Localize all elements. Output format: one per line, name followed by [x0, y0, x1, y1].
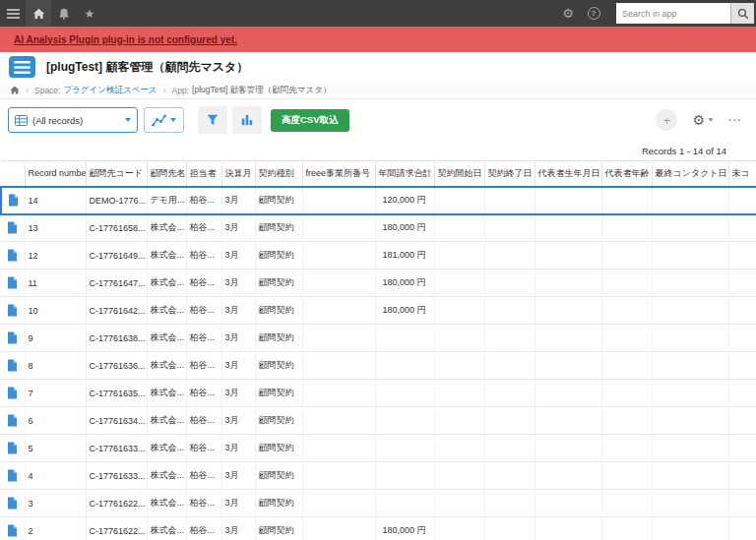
column-header-assignee[interactable]: 担当者 — [186, 161, 221, 187]
column-header-no-contact[interactable]: 未コ — [728, 161, 756, 187]
advanced-csv-import-button[interactable]: 高度CSV取込 — [271, 109, 349, 132]
record-document-icon[interactable] — [7, 442, 18, 454]
record-document-icon[interactable] — [7, 359, 18, 372]
chart-button[interactable] — [232, 106, 262, 134]
cell-representative-birthdate — [535, 517, 601, 540]
table-row[interactable]: 5C-17761633...株式会...柏谷...3月顧問契約 — [1, 435, 756, 462]
cell-contract-start-date — [434, 380, 484, 407]
table-row[interactable]: 6C-17761634...株式会...柏谷...3月顧問契約 — [1, 407, 756, 435]
search-button[interactable] — [730, 3, 754, 24]
cell-contract-end-date — [484, 214, 535, 242]
cell-representative-birthdate — [535, 214, 601, 242]
column-header-client-name[interactable]: 顧問先名 — [147, 161, 186, 187]
cell-representative-birthdate — [535, 270, 601, 297]
cell-last-contact-date — [652, 435, 728, 462]
notifications-button[interactable] — [51, 0, 77, 27]
column-header-representative-birthdate[interactable]: 代表者生年月日 — [535, 161, 601, 187]
table-row[interactable]: 9C-17761638...株式会...柏谷...3月顧問契約 — [1, 325, 756, 352]
home-button[interactable] — [26, 0, 51, 27]
breadcrumb-space-link[interactable]: プラグイン検証スペース — [63, 85, 157, 96]
graph-button[interactable] — [144, 107, 184, 133]
record-document-icon[interactable] — [7, 497, 18, 510]
cell-representative-age — [601, 380, 652, 407]
help-icon: ? — [588, 7, 600, 20]
view-selector[interactable]: (All records) — [8, 107, 138, 133]
column-header-annual-billing-total[interactable]: 年間請求合計 — [375, 161, 434, 187]
column-header-fiscal-month[interactable]: 決算月 — [221, 161, 255, 187]
cell-client-code: C-17761647... — [86, 270, 147, 297]
add-record-button[interactable]: + — [656, 109, 677, 131]
cell-contract-end-date — [484, 242, 535, 270]
cell-representative-age — [601, 242, 652, 270]
cell-fiscal-month: 3月 — [221, 214, 255, 242]
cell-record-number: 3 — [25, 490, 86, 517]
cell-freee-office-number — [302, 352, 375, 380]
cell-contract-end-date — [484, 490, 535, 517]
cell-last-contact-date — [652, 407, 728, 435]
cell-record-number: 8 — [25, 352, 86, 380]
cell-assignee: 柏谷... — [186, 242, 221, 270]
cell-annual-billing-total: 120,000 円 — [375, 187, 434, 214]
table-row[interactable]: 14DEMO-1776...デモ用...柏谷...3月顧問契約120,000 円 — [1, 187, 756, 214]
cell-client-code: C-17761638... — [86, 325, 147, 352]
bar-chart-icon — [241, 114, 253, 126]
cell-annual-billing-total: 180,000 円 — [375, 517, 434, 540]
cell-representative-age — [601, 462, 652, 490]
table-row[interactable]: 12C-17761649...株式会...柏谷...3月顧問契約181,000 … — [1, 242, 756, 270]
plugin-warning-link[interactable]: AI Analysis Plugin plug-in is not config… — [14, 34, 237, 45]
record-document-icon[interactable] — [7, 221, 18, 234]
cell-fiscal-month: 3月 — [221, 407, 255, 435]
more-options-button[interactable]: ··· — [728, 114, 742, 126]
column-header-record-number[interactable]: Record number — [25, 161, 86, 187]
cell-no-contact — [728, 242, 756, 270]
cell-no-contact — [728, 380, 756, 407]
app-settings-button[interactable]: ⚙ — [692, 112, 714, 128]
record-document-icon[interactable] — [7, 276, 18, 289]
cell-contract-start-date — [434, 462, 484, 490]
favorites-button[interactable]: ★ — [77, 0, 102, 27]
column-header-contract-end-date[interactable]: 契約終了日 — [484, 161, 535, 187]
cell-fiscal-month: 3月 — [221, 517, 255, 540]
cell-no-contact — [728, 435, 756, 462]
column-header-freee-office-number[interactable]: freee事業所番号 — [302, 161, 375, 187]
record-document-icon[interactable] — [7, 524, 18, 537]
cell-contract-end-date — [484, 517, 535, 540]
column-header-last-contact-date[interactable]: 最終コンタクト日 — [652, 161, 728, 187]
table-row[interactable]: 7C-17761635...株式会...柏谷...3月顧問契約 — [1, 380, 756, 407]
cell-contract-type: 顧問契約 — [255, 297, 302, 325]
record-document-icon[interactable] — [8, 194, 19, 207]
settings-button[interactable]: ⚙ — [555, 0, 581, 27]
record-document-icon[interactable] — [7, 414, 18, 427]
cell-assignee: 柏谷... — [186, 435, 221, 462]
search-input[interactable] — [616, 3, 730, 24]
cell-contract-start-date — [434, 407, 484, 435]
table-row[interactable]: 4C-17761633...株式会...柏谷...3月顧問契約 — [1, 462, 756, 490]
record-document-icon[interactable] — [7, 304, 18, 317]
column-header-representative-age[interactable]: 代表者年齢 — [601, 161, 652, 187]
breadcrumb-home-link[interactable] — [10, 86, 20, 94]
table-row[interactable]: 11C-17761647...株式会...柏谷...3月顧問契約180,000 … — [1, 270, 756, 297]
cell-record-number: 4 — [25, 462, 86, 490]
cell-freee-office-number — [302, 517, 375, 540]
record-document-icon[interactable] — [7, 331, 18, 344]
column-header-contract-start-date[interactable]: 契約開始日 — [434, 161, 484, 187]
table-row[interactable]: 3C-17761622...株式会...柏谷...3月顧問契約 — [1, 490, 756, 517]
open-record-cell — [1, 462, 25, 490]
cell-fiscal-month: 3月 — [221, 380, 255, 407]
table-row[interactable]: 10C-17761642...株式会...柏谷...3月顧問契約180,000 … — [1, 297, 756, 325]
column-header-contract-type[interactable]: 契約種別 — [255, 161, 302, 187]
table-row[interactable]: 2C-17761622...株式会...柏谷...3月顧問契約180,000 円 — [1, 517, 756, 540]
record-document-icon[interactable] — [7, 249, 18, 262]
cell-last-contact-date — [652, 462, 728, 490]
hamburger-menu-button[interactable] — [0, 0, 26, 27]
cell-client-name: 株式会... — [147, 435, 186, 462]
cell-annual-billing-total — [375, 462, 434, 490]
table-row[interactable]: 8C-17761636...株式会...柏谷...3月顧問契約 — [1, 352, 756, 380]
cell-contract-end-date — [484, 380, 535, 407]
table-row[interactable]: 13C-17761658...株式会...柏谷...3月顧問契約180,000 … — [1, 214, 756, 242]
record-document-icon[interactable] — [7, 387, 18, 399]
filter-button[interactable] — [198, 106, 227, 134]
help-button[interactable]: ? — [581, 0, 606, 27]
column-header-client-code[interactable]: 顧問先コード — [86, 161, 147, 187]
record-document-icon[interactable] — [7, 469, 18, 482]
